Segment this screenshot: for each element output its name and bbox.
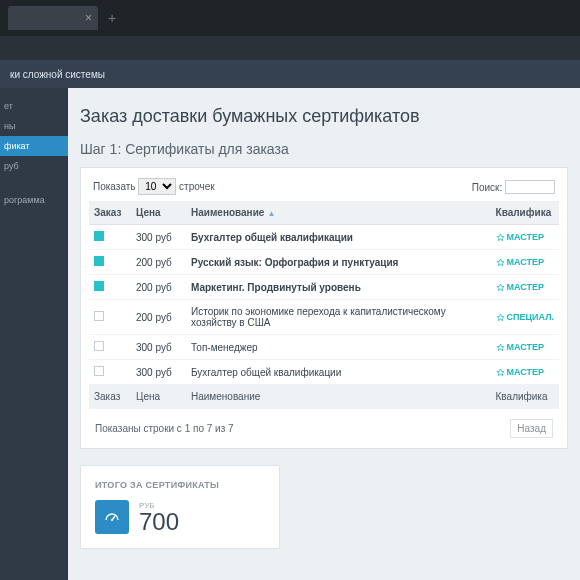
- table-row: 200 рубРусский язык: Орфография и пункту…: [89, 250, 559, 275]
- search-control: Поиск:: [472, 180, 555, 194]
- cell-badge: МАСТЕР: [491, 250, 559, 275]
- sidebar-item[interactable]: руб: [0, 156, 68, 176]
- page-title: Заказ доставки бумажных сертификатов: [80, 106, 568, 127]
- cell-name: Бухгалтер общей квалификации: [186, 360, 491, 385]
- total-sum: 700: [139, 510, 179, 534]
- certificates-table: Заказ Цена Наименование▲ Квалифика 300 р…: [89, 201, 559, 409]
- browser-tabs: × +: [0, 0, 580, 36]
- row-checkbox[interactable]: [94, 256, 104, 266]
- sidebar-item[interactable]: ны: [0, 116, 68, 136]
- cell-badge: МАСТЕР: [491, 225, 559, 250]
- url-bar[interactable]: [0, 36, 580, 60]
- back-button[interactable]: Назад: [510, 419, 553, 438]
- col-qual[interactable]: Квалифика: [491, 201, 559, 225]
- cell-name: Маркетинг. Продвинутый уровень: [186, 275, 491, 300]
- cell-price: 200 руб: [131, 275, 186, 300]
- cell-name: Топ-менеджер: [186, 335, 491, 360]
- cell-badge: МАСТЕР: [491, 275, 559, 300]
- row-checkbox[interactable]: [94, 281, 104, 291]
- table-row: 300 рубТоп-менеджерМАСТЕР: [89, 335, 559, 360]
- cell-price: 200 руб: [131, 250, 186, 275]
- col-order[interactable]: Заказ: [89, 201, 131, 225]
- cell-name: Историк по экономике перехода к капитали…: [186, 300, 491, 335]
- total-title: ИТОГО ЗА СЕРТИФИКАТЫ: [95, 480, 265, 490]
- row-checkbox[interactable]: [94, 366, 104, 376]
- cell-price: 200 руб: [131, 300, 186, 335]
- page-size-control: Показать 10 строчек: [93, 178, 215, 195]
- main-content: Заказ доставки бумажных сертификатов Шаг…: [68, 88, 580, 580]
- row-checkbox[interactable]: [94, 341, 104, 351]
- step-title: Шаг 1: Сертификаты для заказа: [80, 141, 568, 157]
- sidebar-item-cert[interactable]: фикат: [0, 136, 68, 156]
- new-tab-button[interactable]: +: [108, 10, 116, 26]
- table-row: 200 рубМаркетинг. Продвинутый уровеньМАС…: [89, 275, 559, 300]
- app-header: ки сложной системы: [0, 60, 580, 88]
- table-row: 300 рубБухгалтер общей квалификацииМАСТЕ…: [89, 225, 559, 250]
- sidebar-item[interactable]: рограмма: [0, 190, 68, 210]
- cell-badge: МАСТЕР: [491, 335, 559, 360]
- col-price[interactable]: Цена: [131, 201, 186, 225]
- certificates-panel: Показать 10 строчек Поиск: Заказ Цена На…: [80, 167, 568, 449]
- page-size-select[interactable]: 10: [138, 178, 176, 195]
- table-info: Показаны строки с 1 по 7 из 7: [95, 423, 234, 434]
- row-checkbox[interactable]: [94, 231, 104, 241]
- total-card: ИТОГО ЗА СЕРТИФИКАТЫ РУБ 700: [80, 465, 280, 549]
- cell-price: 300 руб: [131, 360, 186, 385]
- sidebar: ет ны фикат руб рограмма: [0, 88, 68, 580]
- table-row: 200 рубИсторик по экономике перехода к к…: [89, 300, 559, 335]
- sidebar-item[interactable]: ет: [0, 96, 68, 116]
- cell-name: Бухгалтер общей квалификации: [186, 225, 491, 250]
- close-icon[interactable]: ×: [85, 11, 92, 25]
- browser-tab[interactable]: ×: [8, 6, 98, 30]
- gauge-icon: [95, 500, 129, 534]
- row-checkbox[interactable]: [94, 311, 104, 321]
- search-input[interactable]: [505, 180, 555, 194]
- cell-price: 300 руб: [131, 225, 186, 250]
- cell-name: Русский язык: Орфография и пунктуация: [186, 250, 491, 275]
- cell-badge: СПЕЦИАЛ.: [491, 300, 559, 335]
- col-name[interactable]: Наименование▲: [186, 201, 491, 225]
- cell-badge: МАСТЕР: [491, 360, 559, 385]
- app-title: ки сложной системы: [10, 69, 105, 80]
- cell-price: 300 руб: [131, 335, 186, 360]
- sort-icon: ▲: [267, 209, 275, 218]
- table-row: 300 рубБухгалтер общей квалификацииМАСТЕ…: [89, 360, 559, 385]
